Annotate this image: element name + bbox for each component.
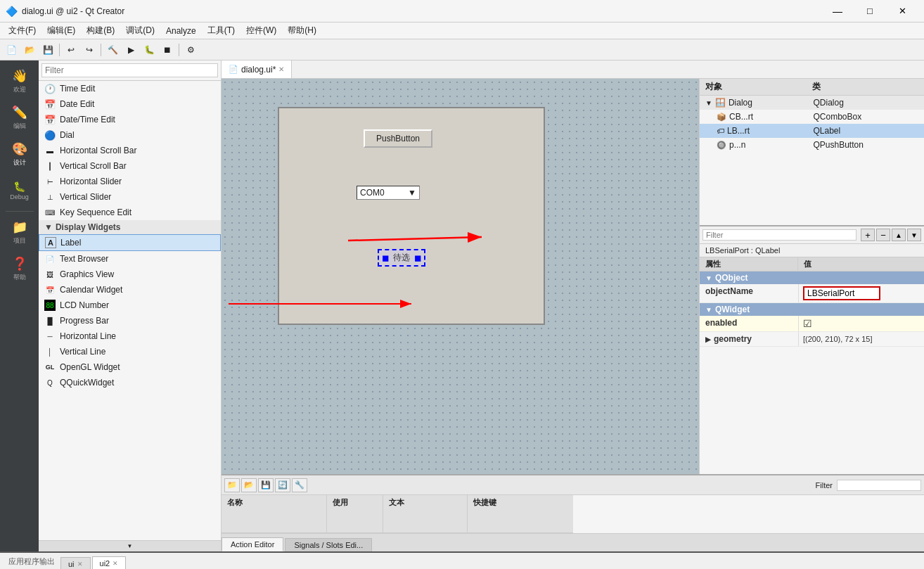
output-tab-ui1[interactable]: ui ✕ [60,557,91,569]
dialog-expand-icon: ▼ [705,99,712,107]
action-filter-input[interactable] [837,480,921,491]
tb-stop[interactable]: ⏹ [159,42,176,58]
prop-name-enabled: enabled [700,316,798,331]
time-edit-icon: 🕐 [44,83,56,94]
widget-calendar[interactable]: 📅 Calendar Widget [39,282,221,298]
sidebar-item-debug[interactable]: 🐛 Debug [2,173,37,208]
qwidget-label: QWidget [715,305,750,314]
tb-build[interactable]: 🔨 [104,42,121,58]
menu-debug[interactable]: 调试(D) [120,23,160,38]
tb-new[interactable]: 📄 [3,42,20,58]
output-tab-ui1-close[interactable]: ✕ [77,561,83,568]
tb-settings[interactable]: ⚙ [182,42,199,58]
toolbar-sep-2 [101,44,101,56]
sidebar-item-design[interactable]: 🎨 设计 [2,136,37,172]
label-handle-right: ◼ [414,253,421,263]
widget-progress-bar[interactable]: █ Progress Bar [39,313,221,328]
action-btn-save[interactable]: 💾 [258,478,274,492]
display-widgets-section[interactable]: ▼ Display Widgets [39,220,221,234]
form-label-selected[interactable]: ◼ 待选 ◼ [378,249,425,267]
enabled-checkbox[interactable]: ☑ [803,318,812,329]
tb-run[interactable]: ▶ [122,42,139,58]
widget-qquick[interactable]: Q QQuickWidget [39,375,221,390]
menu-tools[interactable]: 工具(T) [202,23,240,38]
menu-analyze[interactable]: Analyze [160,25,202,37]
action-toolbar: 📁 📂 💾 🔄 🔧 Filter [222,475,924,495]
action-col-use: 使用 [327,495,383,532]
obj-row-dialog[interactable]: ▼ 🪟 Dialog QDialog [700,96,924,110]
widget-opengl[interactable]: GL OpenGL Widget [39,359,221,375]
objectname-input[interactable] [803,286,880,300]
prop-section-qwidget[interactable]: ▼ QWidget [700,303,924,316]
prop-remove-button[interactable]: − [876,229,890,241]
sidebar-item-project[interactable]: 📁 项目 [2,215,37,250]
qwidget-expand: ▼ [705,306,712,314]
form-widget[interactable]: PushButton COM0 ▼ ◼ 待选 ◼ [278,107,545,325]
action-area: 📁 📂 💾 🔄 🔧 Filter 名称 使用 文本 快捷键 Action Edi… [222,474,924,551]
widget-label-progress: Progress Bar [60,316,109,326]
maximize-button[interactable]: □ [854,0,886,23]
sidebar-item-help[interactable]: ❓ 帮助 [2,251,37,286]
property-filter-input[interactable] [702,229,856,241]
canvas-area[interactable]: PushButton COM0 ▼ ◼ 待选 ◼ [222,79,699,474]
sidebar-item-edit[interactable]: ✏️ 编辑 [2,100,37,135]
action-btn-new[interactable]: 📁 [224,478,240,492]
file-tab-dialog[interactable]: 📄 dialog.ui* ✕ [222,60,292,78]
minimize-button[interactable]: — [821,0,854,23]
sidebar-item-welcome[interactable]: 👋 欢迎 [2,63,37,98]
prop-value-objectname[interactable] [798,284,924,302]
menu-bar: 文件(F) 编辑(E) 构建(B) 调试(D) Analyze 工具(T) 控件… [0,23,924,39]
widget-dial[interactable]: 🔵 Dial [39,127,221,143]
menu-file[interactable]: 文件(F) [3,23,41,38]
widget-graphics-view[interactable]: 🖼 Graphics View [39,267,221,282]
menu-build[interactable]: 构建(B) [81,23,120,38]
action-tab-editor[interactable]: Action Editor [222,537,283,551]
widget-lcd-number[interactable]: 88 LCD Number [39,298,221,313]
widget-date-edit[interactable]: 📅 Date Edit [39,96,221,112]
output-tab-ui2-close[interactable]: ✕ [113,560,118,567]
prop-name-objectname: objectName [700,284,798,302]
form-pushbutton[interactable]: PushButton [364,129,432,148]
vscroll-icon: ┃ [44,160,56,172]
prop-scroll-down-button[interactable]: ▼ [907,229,921,241]
widget-datetime-edit[interactable]: 📅 Date/Time Edit [39,112,221,127]
output-tab-ui2[interactable]: ui2 ✕ [92,556,127,569]
geometry-expand[interactable]: ▶ [705,335,711,343]
tb-debug-run[interactable]: 🐛 [141,42,158,58]
action-btn-open[interactable]: 📂 [241,478,257,492]
widget-hline[interactable]: ─ Horizontal Line [39,328,221,344]
action-btn-settings[interactable]: 🔧 [292,478,307,492]
widget-vslider[interactable]: ⊥ Vertical Slider [39,189,221,205]
debug-icon: 🐛 [13,181,25,192]
tb-save[interactable]: 💾 [39,42,56,58]
action-tab-signals[interactable]: Signals / Slots Edi... [285,538,372,551]
prop-scroll-up-button[interactable]: ▲ [892,229,906,241]
close-button[interactable]: ✕ [886,0,918,23]
form-combobox[interactable]: COM0 ▼ [357,186,420,200]
obj-row-pushbutton[interactable]: 🔘 p...n QPushButton [700,138,924,152]
menu-controls[interactable]: 控件(W) [240,23,282,38]
widget-hscrollbar[interactable]: ▬ Horizontal Scroll Bar [39,143,221,158]
widget-time-edit[interactable]: 🕐 Time Edit [39,81,221,96]
widget-label[interactable]: A Label [39,234,221,251]
prop-section-qobject[interactable]: ▼ QObject [700,271,924,284]
widget-text-browser[interactable]: 📄 Text Browser [39,251,221,267]
menu-edit[interactable]: 编辑(E) [41,23,81,38]
menu-help[interactable]: 帮助(H) [282,23,322,38]
tb-undo[interactable]: ↩ [63,42,79,58]
file-tab-close[interactable]: ✕ [278,65,284,73]
widget-vscrollbar[interactable]: ┃ Vertical Scroll Bar [39,158,221,174]
obj-row-label[interactable]: 🏷 LB...rt QLabel [700,124,924,138]
tb-open[interactable]: 📂 [21,42,38,58]
title-bar: 🔷 dialog.ui @ ui2 - Qt Creator — □ ✕ [0,0,924,23]
widget-hslider[interactable]: ⊢ Horizontal Slider [39,174,221,189]
prop-add-button[interactable]: + [861,229,875,241]
widget-key-seq[interactable]: ⌨ Key Sequence Edit [39,205,221,220]
tb-redo[interactable]: ↪ [81,42,98,58]
prop-value-enabled[interactable]: ☑ [798,316,924,331]
widget-scroll-down[interactable]: ▼ [39,540,221,551]
action-btn-refresh[interactable]: 🔄 [275,478,290,492]
widget-filter-input[interactable] [41,63,218,77]
widget-vline[interactable]: │ Vertical Line [39,344,221,359]
obj-row-combo[interactable]: 📦 CB...rt QComboBox [700,110,924,124]
